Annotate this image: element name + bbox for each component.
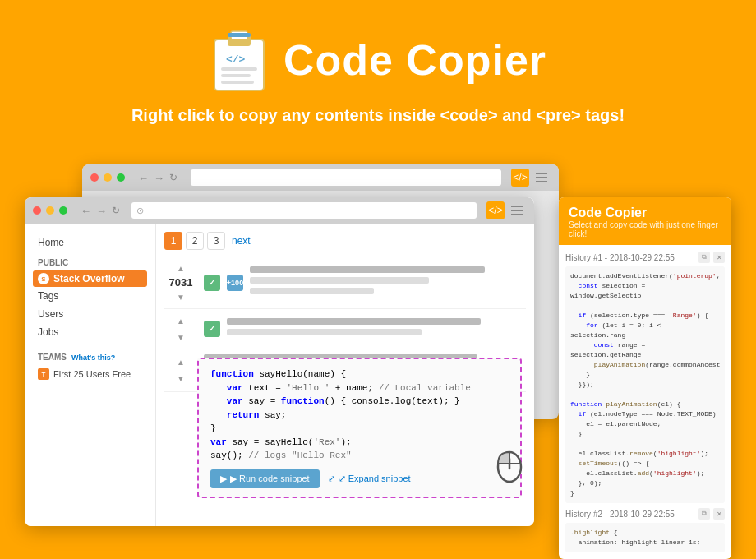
toolbar-icons-front: </> [486, 201, 526, 219]
menu-icon-back[interactable] [532, 169, 551, 187]
refresh-icon-front[interactable]: ↻ [112, 205, 120, 216]
forward-arrow-icon[interactable]: → [154, 172, 164, 184]
logo-title: </> Code Copier [210, 25, 546, 95]
vote-down-2[interactable]: ▼ [173, 330, 188, 344]
refresh-icon[interactable]: ↻ [169, 172, 177, 183]
ext-header: Code Copier Select and copy code with ju… [559, 197, 731, 245]
so-label: Stack Overflow [53, 273, 125, 284]
code-line-2: var text = 'Hello ' + name; // Local var… [210, 381, 509, 395]
page-3-button[interactable]: 3 [207, 232, 225, 250]
cp-line-5: for (let i = 0; i < selection.rang [570, 321, 720, 340]
cp-line-2: const selection = window.getSelectio [570, 281, 720, 301]
teams-item-first25[interactable]: T First 25 Users Free [33, 365, 147, 383]
history-1-text: History #1 - 2018-10-29 22:55 [565, 253, 675, 262]
sidebar-item-home[interactable]: Home [33, 233, 147, 252]
vote-down-3[interactable]: ▼ [173, 372, 188, 386]
code-line-7: say(); // logs "Hello Rex" [210, 449, 509, 463]
run-label: ▶ Run code snippet [230, 474, 310, 484]
cp-line-15 [570, 439, 720, 449]
so-content: Home PUBLIC S Stack Overflow Tags Users … [25, 224, 534, 526]
page-2-button[interactable]: 2 [186, 232, 204, 250]
code-line-4: return say; [210, 409, 509, 423]
sidebar-public-label: PUBLIC [33, 252, 147, 270]
delete-icon-2[interactable]: ✕ [713, 508, 725, 520]
teams-icon: T [38, 368, 49, 380]
code-line-6: var say = sayHello('Rex'); [210, 436, 509, 450]
browser-front-bar: ← → ↻ ⊙ </> [25, 197, 534, 224]
ext-title: Code Copier [569, 206, 721, 220]
page-1-button[interactable]: 1 [164, 232, 182, 250]
cp-line-16: el.classList.remove('highlight'); [570, 449, 720, 459]
code-line-5: } [210, 422, 509, 436]
answer-badge-check: ✓ [204, 275, 220, 291]
keyword-var-3: var [210, 437, 227, 447]
so-icon-label: S [41, 275, 45, 283]
history-2-text: History #2 - 2018-10-29 22:55 [565, 510, 675, 519]
svg-rect-7 [221, 81, 254, 84]
mouse-cursor-icon [489, 444, 530, 488]
cp-line-20: } [570, 488, 720, 498]
vote-up-3[interactable]: ▲ [173, 356, 188, 369]
so-logo-icon: S [38, 273, 49, 284]
expand-snippet-button[interactable]: ⤢ ⤢ Expand snippet [328, 469, 411, 488]
cp-line-1: document.addEventListener('pointerup', [570, 271, 720, 281]
sidebar-item-stackoverflow[interactable]: S Stack Overflow [33, 270, 147, 287]
cp-line-11: function playAnimation(el) { [570, 400, 720, 409]
back-icon-front[interactable]: ← [81, 205, 91, 217]
vote-up-2[interactable]: ▲ [173, 314, 188, 327]
history-label-2: History #2 - 2018-10-29 22:55 ⧉ ✕ [565, 508, 725, 520]
content-line [250, 288, 374, 294]
back-arrow-icon[interactable]: ← [138, 172, 149, 184]
code-buttons: ▶ ▶ Run code snippet ⤢ ⤢ Expand snippet [210, 469, 509, 488]
cp-line-14: } [570, 429, 720, 439]
globe-icon: ⊙ [136, 206, 144, 216]
nav-icons-back: ← → ↻ [138, 172, 177, 184]
code-line-3: var say = function() { console.log(text)… [210, 395, 509, 409]
app-subtitle: Right click to copy any contents inside … [131, 106, 625, 125]
code-icon-back[interactable]: </> [511, 169, 529, 187]
sidebar-item-tags[interactable]: Tags [33, 287, 147, 305]
copy-icon-2[interactable]: ⧉ [698, 508, 710, 520]
cp2-line-1: .highlight { [570, 528, 720, 538]
code-indent [210, 410, 221, 420]
cp-line-17: setTimeout(() => { [570, 459, 720, 469]
expand-label: ⤢ Expand snippet [339, 474, 411, 484]
delete-icon-1[interactable]: ✕ [713, 252, 725, 263]
vote-section-1: ▲ 7031 ▼ [164, 261, 197, 303]
whats-this-link[interactable]: What's this? [71, 353, 115, 362]
code-icon-front-label: </> [488, 205, 502, 216]
run-snippet-button[interactable]: ▶ ▶ Run code snippet [210, 469, 320, 488]
code-text-4: say; [265, 410, 286, 420]
cp-line-3 [570, 301, 720, 311]
browser-front: ← → ↻ ⊙ </> Home PUBLIC [25, 197, 534, 526]
forward-icon-front[interactable]: → [96, 205, 107, 217]
menu-icon-front[interactable] [508, 201, 526, 219]
play-icon: ▶ [220, 474, 227, 484]
url-bar-back[interactable] [191, 169, 501, 186]
cp-line-18: el.classList.add('highlight'); [570, 469, 720, 478]
dot-yellow-front [46, 206, 54, 215]
cp-line-7: playAnimation(range.commonAncest [570, 360, 720, 370]
code-icon-front[interactable]: </> [486, 201, 505, 219]
copy-icon-1[interactable]: ⧉ [698, 252, 710, 263]
vote-down-1[interactable]: ▼ [173, 290, 188, 303]
code-line-1: function sayHello(name) { [210, 367, 509, 381]
code-preview-2: .highlight { animation: highlight linear… [565, 523, 725, 552]
sidebar-item-users[interactable]: Users [33, 305, 147, 323]
extension-popup: Code Copier Select and copy code with ju… [559, 197, 731, 559]
url-bar-front[interactable]: ⊙ [131, 202, 477, 219]
first-25-label: First 25 Users Free [53, 369, 131, 379]
keyword-var-2: var [227, 396, 243, 406]
vote-up-1[interactable]: ▲ [173, 261, 188, 275]
cp-line-12: if (el.nodeType === Node.TEXT_MODE) [570, 409, 720, 419]
code-text-3: say = function() { console.log(text); } [248, 396, 459, 406]
history-icons-1: ⧉ ✕ [698, 252, 725, 263]
cp-line-6: const range = selection.getRange [570, 340, 720, 360]
page-next-button[interactable]: next [228, 233, 254, 248]
app-title: Code Copier [284, 35, 546, 85]
so-main: 1 2 3 next ▲ 7031 ▼ ✓ +100 [156, 224, 534, 526]
app-logo-icon: </> [210, 25, 269, 95]
keyword-var-1: var [227, 383, 243, 393]
sidebar-item-jobs[interactable]: Jobs [33, 323, 147, 341]
vote-section-2: ▲ ▼ [164, 314, 197, 344]
